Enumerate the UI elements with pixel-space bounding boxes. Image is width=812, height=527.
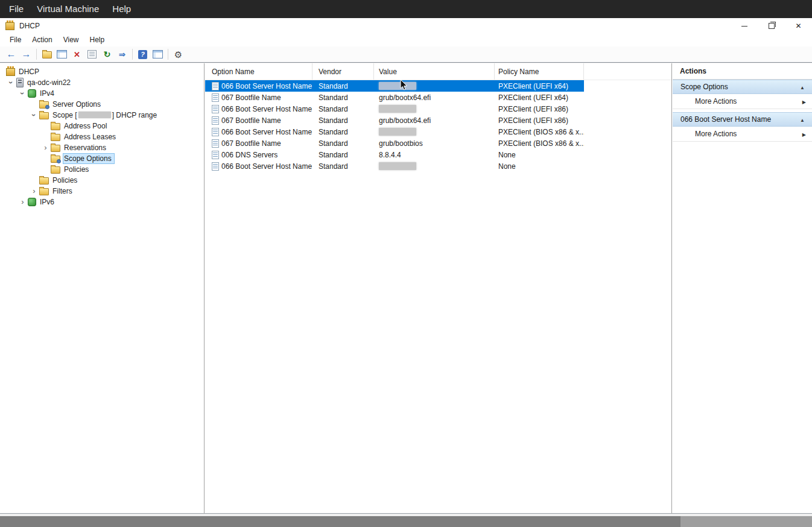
cell-value: grub/bootbios [374, 137, 495, 149]
column-header-value[interactable]: Value [374, 63, 495, 80]
folder-options-icon [51, 156, 60, 163]
delete-icon[interactable] [69, 48, 84, 62]
tree-item-reservations[interactable]: Reservations [0, 142, 204, 153]
cell-option-name: 066 Boot Server Host Name [221, 128, 312, 136]
tree-item-scope-policies[interactable]: Policies [0, 164, 204, 175]
tree-item-label: Policies [52, 176, 77, 185]
export-list-icon[interactable] [115, 48, 130, 62]
tree-item-label: Filters [52, 187, 72, 195]
new-window-icon[interactable] [150, 48, 165, 62]
tree-item-policies[interactable]: Policies [0, 175, 204, 186]
console-window-icon[interactable] [54, 48, 69, 62]
tree-item-label: Scope Options [64, 154, 112, 163]
cell-vendor: Standard [312, 137, 374, 149]
column-header-vendor[interactable]: Vendor [312, 63, 374, 80]
tree-item-ipv6[interactable]: IPv6 [0, 197, 204, 207]
action-group-label: 066 Boot Server Host Name [680, 115, 771, 124]
chevron-collapsed-icon[interactable] [29, 186, 39, 197]
tree-item-address-leases[interactable]: Address Leases [0, 131, 204, 142]
table-row[interactable]: 067 Bootfile Name Standard grub/bootbios… [205, 137, 584, 149]
column-header-policy-name[interactable]: Policy Name [495, 63, 584, 80]
table-row[interactable]: 066 Boot Server Host Name Standard PXECl… [205, 103, 584, 115]
ipv6-icon [28, 198, 36, 206]
tree-item-filters[interactable]: Filters [0, 186, 204, 197]
console-tree-pane: DHCP qa-odc-win22 IPv4 Server Options Sc… [0, 63, 205, 513]
cell-option-name: 067 Bootfile Name [221, 116, 281, 125]
redacted-value [379, 82, 416, 90]
cell-policy-name: PXEClient (UEFI x64) [495, 80, 584, 92]
cell-option-name: 006 DNS Servers [221, 151, 278, 159]
services-icon[interactable] [171, 48, 186, 62]
action-group-boot-server-host-name[interactable]: 066 Boot Server Host Name [673, 112, 812, 127]
table-row[interactable]: 066 Boot Server Host Name Standard None [205, 160, 584, 172]
refresh-icon[interactable] [100, 48, 115, 62]
cell-policy-name: PXEClient (UEFI x86) [495, 115, 584, 126]
redacted-value [379, 162, 416, 170]
table-row[interactable]: 066 Boot Server Host Name Standard PXECl… [205, 126, 584, 137]
tree-item-server[interactable]: qa-odc-win22 [0, 77, 204, 88]
cell-policy-name: PXEClient (BIOS x86 & x... [495, 126, 584, 137]
chevron-expanded-icon[interactable] [6, 77, 16, 88]
table-row[interactable]: 067 Bootfile Name Standard grub/bootx64.… [205, 92, 584, 103]
folder-icon [51, 166, 60, 174]
collapse-chevron-icon[interactable] [800, 83, 805, 91]
cell-option-name: 067 Bootfile Name [221, 93, 281, 102]
list-view-icon[interactable] [84, 48, 100, 62]
tree-item-address-pool[interactable]: Address Pool [0, 121, 204, 131]
tree-item-ipv4[interactable]: IPv4 [0, 88, 204, 99]
more-actions-button[interactable]: More Actions [673, 127, 812, 142]
cell-vendor: Standard [312, 160, 374, 172]
option-type-icon [212, 128, 219, 136]
chevron-expanded-icon[interactable] [17, 88, 28, 99]
toolbar-separator [168, 49, 168, 60]
content-area: DHCP qa-odc-win22 IPv4 Server Options Sc… [0, 63, 812, 514]
chevron-collapsed-icon[interactable] [17, 197, 28, 207]
table-row[interactable]: 006 DNS Servers Standard 8.8.4.4 None [205, 149, 584, 160]
toolbar [0, 46, 812, 63]
cell-policy-name: PXEClient (BIOS x86 & x... [495, 137, 584, 149]
close-button[interactable] [785, 18, 812, 34]
menu-help[interactable]: Help [84, 34, 110, 46]
chevron-expanded-icon[interactable] [29, 110, 39, 121]
redacted-scope-id [78, 112, 111, 118]
menu-file[interactable]: File [4, 34, 27, 46]
menu-view[interactable]: View [58, 34, 84, 46]
cell-vendor: Standard [312, 115, 374, 126]
up-level-icon[interactable] [39, 48, 54, 62]
table-row[interactable]: 067 Bootfile Name Standard grub/bootx64.… [205, 115, 584, 126]
option-type-icon [212, 151, 219, 159]
tree-item-scope-options[interactable]: Scope Options [0, 153, 204, 164]
vm-menu-file[interactable]: File [2, 0, 30, 18]
vm-menu-help[interactable]: Help [106, 0, 138, 18]
collapse-chevron-icon[interactable] [800, 115, 805, 124]
toolbar-separator [132, 49, 133, 60]
tree-item-server-options[interactable]: Server Options [0, 99, 204, 110]
column-header-option-name[interactable]: Option Name [205, 63, 312, 80]
table-row[interactable]: 066 Boot Server Host Name Standard PXECl… [205, 80, 584, 92]
minimize-button[interactable] [731, 18, 758, 34]
vm-menu-virtual-machine[interactable]: Virtual Machine [30, 0, 106, 18]
tree-item-label: DHCP [19, 68, 39, 76]
dhcp-root-icon [6, 68, 15, 76]
forward-icon[interactable] [19, 48, 34, 62]
actions-pane: Actions Scope Options More Actions 066 B… [673, 63, 812, 513]
vm-menubar: File Virtual Machine Help [0, 0, 812, 18]
menu-action[interactable]: Action [27, 34, 57, 46]
cell-policy-name: PXEClient (UEFI x86) [495, 103, 584, 115]
option-type-icon [212, 93, 219, 102]
tree-item-dhcp[interactable]: DHCP [0, 66, 204, 77]
folder-icon [51, 134, 60, 141]
option-type-icon [212, 139, 219, 148]
folder-icon [39, 177, 49, 185]
more-actions-button[interactable]: More Actions [673, 94, 812, 109]
action-group-scope-options[interactable]: Scope Options [673, 80, 812, 94]
help-icon[interactable] [135, 48, 150, 62]
cell-vendor: Standard [312, 103, 374, 115]
back-icon[interactable] [4, 48, 19, 62]
chevron-collapsed-icon[interactable] [40, 142, 51, 153]
restore-button[interactable] [758, 18, 785, 34]
tree-item-label: IPv4 [40, 89, 54, 98]
cell-value: grub/bootx64.efi [374, 115, 495, 126]
tree-item-scope[interactable]: Scope [] DHCP range [0, 110, 204, 121]
tree-item-label: IPv6 [40, 198, 54, 206]
